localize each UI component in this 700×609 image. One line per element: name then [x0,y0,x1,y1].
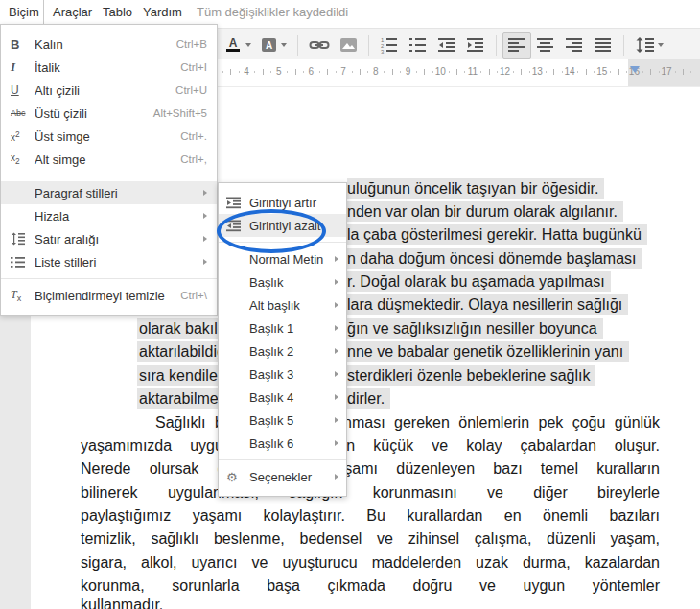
submenu-arrow-icon [203,259,207,265]
menu-item-alt-simge[interactable]: x2 Alt simge Ctrl+, [1,148,217,171]
menu-item-secenekler[interactable]: ⚙ Seçenekler [219,465,346,488]
menu-item-normal-metin[interactable]: Normal Metin [219,247,346,270]
document-line[interactable]: paylaştığımız yaşamı kolaylaştırır. Bu k… [81,505,660,527]
submenu-arrow-icon [203,190,207,196]
menu-item-ust-simge[interactable]: x2 Üst simge Ctrl+. [1,125,217,148]
strikethrough-icon: Abc [11,108,35,118]
shortcut: Ctrl+U [175,84,207,96]
menu-item-girintiyi-azalt[interactable]: Girintiyi azalt [219,214,346,237]
format-menu: B Kalın Ctrl+B I İtalik Ctrl+I U Altı çi… [0,24,218,316]
document-line[interactable]: bilinerek uygulanması, sağlığın korunmas… [81,482,660,504]
submenu-arrow-icon [335,256,338,262]
menu-item-baslik-3[interactable]: Başlık 3 [219,363,346,386]
selected-text[interactable]: r. Doğal olarak bu aşamada yapılması [347,271,611,292]
line-spacing-icon [11,232,35,246]
selected-text[interactable]: ğın ve sağlıksızlığın nesiller boyunca [347,318,603,339]
menu-item-hizala[interactable]: Hizala [1,204,217,227]
gear-icon: ⚙ [226,470,249,484]
selected-text[interactable]: lara düşmektedir. Olaya nesillerin sağlı… [347,294,628,315]
document-line[interactable]: Sağlıklı bir yaşam için alınması gereken… [81,412,660,433]
shortcut: Alt+Shift+5 [153,107,207,119]
document-line[interactable]: yaşamımızda uygulamamız gereken küçük ve… [81,435,660,457]
menu-item-baslik-6[interactable]: Başlık 6 [219,432,346,455]
document-line[interactable]: Nerede olursak olalım toplu yaşamı düzen… [81,458,660,480]
shortcut: Ctrl+\ [180,290,207,301]
bold-icon: B [11,37,35,52]
menu-item-baslik-4[interactable]: Başlık 4 [219,386,346,409]
document-line[interactable]: temizlik, sağlıklı beslenme, bedensel ve… [81,528,660,550]
submenu-arrow-icon [335,440,338,446]
menu-araclar[interactable]: Araçlar [44,0,101,24]
menu-item-paragraf-stilleri[interactable]: Paragraf stilleri [1,181,217,204]
submenu-arrow-icon [335,279,338,285]
selected-text[interactable]: dirler. [347,388,390,409]
clear-formatting-icon: Tx [11,288,35,303]
menu-separator [219,459,346,460]
selected-text[interactable]: nne ve babalar genetik özelliklerinin ya… [347,341,629,362]
selected-text[interactable]: la çaba gösterilmesi gerekir. Hatta bugü… [347,224,647,245]
paragraph-styles-submenu: Girintiyi artır Girintiyi azalt Normal M… [218,182,347,497]
subscript-icon: x2 [11,152,35,166]
menu-item-ustu-cizili[interactable]: Abc Üstü çizili Alt+Shift+5 [1,102,217,125]
submenu-arrow-icon [335,371,338,377]
menu-item-baslik-2[interactable]: Başlık 2 [219,340,346,363]
menu-item-bicimlendirmeyi-temizle[interactable]: Tx Biçimlendirmeyi temizle Ctrl+\ [1,284,217,307]
menubar: Biçim Araçlar Tablo Yardım Tüm değişikli… [0,0,700,24]
shortcut: Ctrl+B [176,38,207,50]
submenu-arrow-icon [335,394,338,400]
menu-separator [1,176,217,176]
submenu-arrow-icon [335,474,338,480]
submenu-arrow-icon [203,213,207,219]
selected-text[interactable]: sterdikleri özenle bebeklerine sağlık [347,365,595,386]
document-line[interactable]: kullanmadır. [81,595,660,609]
document-line[interactable]: korunma, sorunlarla başa çıkmada doğru v… [81,575,660,597]
menu-bicim[interactable]: Biçim [0,0,44,26]
list-styles-icon [11,256,35,269]
save-status: Tüm değişiklikler kaydedildi [197,0,348,24]
menu-yardim[interactable]: Yardım [134,0,191,24]
submenu-arrow-icon [335,417,338,423]
shortcut: Ctrl+, [180,153,207,165]
submenu-arrow-icon [335,302,338,308]
menu-item-baslik[interactable]: Başlık [219,270,346,293]
menu-item-girintiyi-artir[interactable]: Girintiyi artır [219,191,346,214]
superscript-icon: x2 [11,129,35,143]
menu-item-alti-cizili[interactable]: U Altı çizili Ctrl+U [1,79,217,102]
submenu-arrow-icon [335,348,338,354]
menu-separator [219,242,346,243]
submenu-arrow-icon [203,236,207,242]
indent-decrease-icon [226,220,249,232]
selected-text[interactable]: n daha doğum öncesi dönemde başlaması [347,248,642,269]
menu-item-baslik-1[interactable]: Başlık 1 [219,316,346,340]
menu-item-italik[interactable]: I İtalik Ctrl+I [1,56,217,79]
indent-increase-icon [226,197,249,209]
shortcut: Ctrl+. [180,130,207,142]
menu-item-alt-baslik[interactable]: Alt başlık [219,293,346,316]
italic-icon: I [11,59,35,75]
document-line[interactable]: sigara, alkol, uyarıcı ve uyuşturucu mad… [81,552,660,574]
submenu-arrow-icon [335,325,338,331]
menu-separator [1,278,217,279]
menu-item-liste-stilleri[interactable]: Liste stilleri [1,250,217,273]
selected-text[interactable]: uluğunun öncelik taşıyan bir öğesidir. [347,178,604,199]
menu-item-baslik-5[interactable]: Başlık 5 [219,409,346,432]
menu-item-kalin[interactable]: B Kalın Ctrl+B [1,33,217,56]
shortcut: Ctrl+I [180,61,207,73]
menu-item-satir-araligi[interactable]: Satır aralığı [1,227,217,250]
underline-icon: U [11,83,35,97]
selected-text[interactable]: nden var olan bir durum olarak algılanır… [347,201,623,222]
